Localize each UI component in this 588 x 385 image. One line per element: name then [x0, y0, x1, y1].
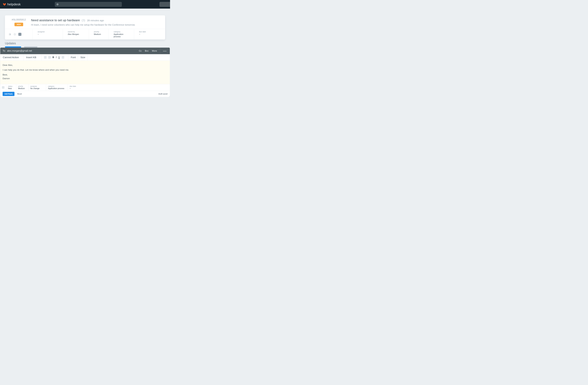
- tab-active[interactable]: [5, 46, 21, 48]
- ticket-header-right: Need assistance to set up hardware (3) 2…: [31, 18, 162, 27]
- compose-toolbar: Canned Action Insert KB B I U Font Size: [0, 54, 170, 61]
- rm-value: New: [8, 87, 14, 90]
- status-badge: NEW: [15, 23, 23, 26]
- add-reply-button[interactable]: Add Reply: [2, 92, 15, 96]
- rm-label: assignee: [30, 85, 43, 87]
- insert-kb-button[interactable]: Insert KB: [23, 54, 42, 61]
- star-filled-icon[interactable]: [8, 33, 11, 36]
- body-signature: Damon: [2, 77, 168, 80]
- meta-label: priority: [94, 31, 104, 33]
- meta-assignee[interactable]: assignee ~: [33, 29, 63, 40]
- format-group: B I U: [42, 54, 68, 61]
- fox-icon: [3, 3, 6, 6]
- meta-category[interactable]: category Application process: [109, 29, 134, 40]
- star-outline-icon[interactable]: [13, 33, 16, 36]
- rm-label: category: [48, 85, 65, 87]
- app-root: helpdesk #SL0005812 NEW Need assistance …: [0, 0, 170, 97]
- reply-status[interactable]: status New: [6, 84, 16, 91]
- rm-value: Application process: [48, 87, 65, 90]
- draft-saved-label: Draft saved: [159, 93, 168, 95]
- bold-button[interactable]: B: [52, 56, 54, 59]
- ticket-title: Need assistance to set up hardware: [31, 19, 80, 22]
- page-content: #SL0005812 NEW Need assistance to set up…: [0, 15, 170, 48]
- reply-category[interactable]: category Application process: [46, 84, 68, 91]
- ticket-header-left: #SL0005812 NEW: [9, 18, 28, 27]
- ticket-meta-bar: assignee ~ raised by Alex Morgan priorit…: [5, 29, 165, 40]
- compose-panel: To: alex.morgan@gmail.net Cc Bcc More — …: [0, 48, 170, 97]
- updates-section: Updates: [5, 41, 165, 48]
- ticket-header: #SL0005812 NEW Need assistance to set up…: [5, 15, 165, 29]
- bcc-button[interactable]: Bcc: [145, 50, 149, 52]
- rm-label: due date: [70, 85, 167, 87]
- format-placeholder-icon[interactable]: [44, 56, 46, 59]
- meta-label: raised by: [68, 31, 84, 33]
- placeholder-action-icon[interactable]: [18, 33, 21, 36]
- italic-button[interactable]: I: [56, 56, 57, 59]
- meta-value: Alex Morgan: [68, 33, 84, 36]
- meta-value: Application process: [114, 33, 130, 38]
- ticket-reply-count: (3): [82, 19, 85, 22]
- reply-priority[interactable]: priority Medium: [16, 84, 28, 91]
- meta-value: ~: [38, 33, 59, 36]
- topbar-action-button[interactable]: [159, 2, 170, 7]
- compose-header: To: alex.morgan@gmail.net Cc Bcc More —: [0, 48, 170, 54]
- compose-footer: Add Reply Reset Draft saved: [0, 91, 170, 97]
- body-closing: Best,: [2, 73, 168, 77]
- meta-value: Medium: [94, 33, 104, 36]
- rm-value: Medium: [18, 87, 26, 90]
- compose-to[interactable]: To: alex.morgan@gmail.net: [2, 49, 32, 52]
- underline-button[interactable]: U: [58, 56, 60, 59]
- rm-value: No change: [30, 87, 43, 90]
- toolbar-rest: [87, 54, 170, 61]
- body-line: I can help you do that. Let me know wher…: [2, 68, 168, 72]
- size-select[interactable]: Size: [78, 54, 87, 61]
- brand-name: helpdesk: [7, 2, 21, 6]
- cc-button[interactable]: Cc: [139, 50, 142, 52]
- updates-title: Updates: [5, 41, 165, 45]
- compose-to-value: alex.morgan@gmail.net: [7, 49, 32, 52]
- meta-label: assignee: [38, 31, 59, 33]
- reply-assignee[interactable]: assignee No change: [28, 84, 46, 91]
- ticket-title-row: Need assistance to set up hardware (3) 2…: [31, 19, 162, 22]
- reply-checkbox-wrap: [0, 84, 6, 91]
- ticket-description: Hi team, I need some volunteers who can …: [31, 23, 162, 27]
- compose-to-label: To:: [2, 49, 6, 52]
- reply-meta-bar: status New priority Medium assignee No c…: [0, 84, 170, 91]
- search-icon: [56, 3, 59, 5]
- format-placeholder-icon[interactable]: [48, 56, 51, 59]
- ticket-id: #SL0005812: [12, 18, 26, 21]
- format-placeholder-icon[interactable]: [62, 56, 64, 59]
- more-button[interactable]: More: [152, 50, 157, 52]
- reply-checkbox[interactable]: [2, 86, 4, 89]
- meta-label: category: [114, 31, 130, 33]
- meta-priority[interactable]: priority Medium: [89, 29, 109, 40]
- meta-value: ~: [139, 33, 161, 36]
- body-greeting: Dear Alex,: [2, 63, 168, 67]
- meta-raised-by: raised by Alex Morgan: [63, 29, 89, 40]
- ticket-time: 28 minutes ago: [87, 19, 104, 22]
- reply-due-date[interactable]: due date ~: [68, 84, 170, 91]
- brand-logo[interactable]: helpdesk: [3, 2, 21, 6]
- font-select[interactable]: Font: [68, 54, 78, 61]
- search-input[interactable]: [55, 2, 122, 7]
- meta-due-date[interactable]: due date ~: [134, 29, 165, 40]
- top-bar: helpdesk: [0, 0, 170, 9]
- updates-tabs: [5, 46, 165, 48]
- canned-action-button[interactable]: Canned Action: [0, 54, 23, 61]
- tab-inactive[interactable]: [24, 46, 37, 48]
- reset-button[interactable]: Reset: [17, 93, 22, 95]
- rm-label: priority: [18, 85, 26, 87]
- rm-label: status: [8, 85, 14, 87]
- rm-value: ~: [70, 87, 167, 90]
- ticket-card: #SL0005812 NEW Need assistance to set up…: [5, 15, 165, 40]
- compose-body[interactable]: Dear Alex, I can help you do that. Let m…: [0, 61, 170, 84]
- meta-label: due date: [139, 31, 161, 33]
- ticket-actions: [5, 29, 33, 40]
